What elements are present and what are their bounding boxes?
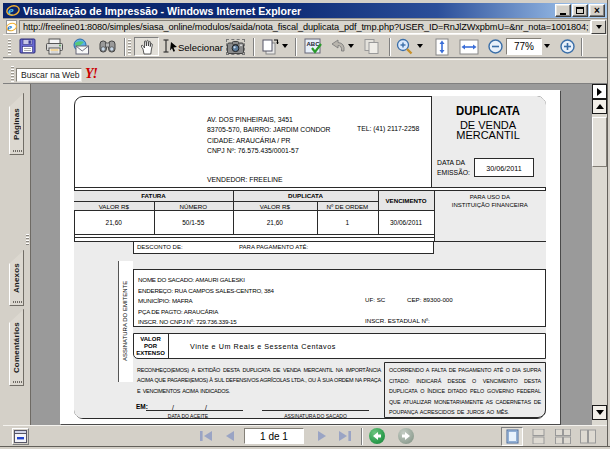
undo-button[interactable] — [328, 38, 348, 54]
cell-valor-duplicata: 21,60 — [233, 219, 317, 226]
fit-page-button[interactable] — [433, 38, 451, 56]
scrollbar-menu-button[interactable] — [592, 84, 607, 99]
address-input[interactable]: http://freeline01:8080/simples/siasa_onl… — [19, 20, 591, 34]
toolbar-grip[interactable] — [8, 39, 11, 55]
sidebar-splitter[interactable] — [24, 84, 31, 425]
toolbar-separator — [581, 38, 583, 56]
dropdown-arrow-icon — [544, 44, 550, 48]
dropdown-arrow-icon — [348, 44, 354, 48]
ocorrendo-paragraph: OCORRENDO A FALTA DE PAGAMENTO ATÉ O DIA… — [389, 365, 541, 418]
address-bar: e http://freeline01:8080/simples/siasa_o… — [3, 18, 607, 34]
browser-window: e Visualização de Impressão - Windows In… — [0, 0, 610, 449]
sidebar-tab-comentarios[interactable]: Comentários — [9, 309, 24, 386]
desconto-label: DESCONTO DE: — [137, 244, 183, 250]
address-dropdown-button[interactable] — [591, 20, 606, 34]
zoom-in-tool-button[interactable] — [395, 38, 415, 57]
single-page-layout-button[interactable] — [501, 427, 523, 446]
zoom-out-button[interactable] — [487, 38, 504, 55]
zoom-level-input[interactable]: 77% — [506, 38, 542, 55]
zoom-in-button[interactable] — [559, 38, 576, 55]
toolbar-grip[interactable] — [11, 66, 14, 82]
table-vline — [434, 190, 435, 234]
hand-tool-button[interactable] — [134, 37, 159, 56]
dropdown-arrow-icon — [596, 25, 602, 29]
pdf-toolbar: Selecionar ABC — [3, 34, 607, 58]
search-button[interactable] — [98, 38, 117, 55]
toolbar-separator — [124, 38, 126, 56]
email-button[interactable] — [71, 38, 90, 55]
scroll-down-button[interactable] — [592, 405, 607, 420]
emission-date: 30/06/2011 — [474, 164, 534, 173]
zoom-level-dropdown[interactable] — [544, 44, 550, 48]
minimize-button[interactable] — [555, 4, 571, 17]
date-slash: / — [172, 404, 174, 411]
pdf-page: DUPLICATA DE VENDA MERCANTIL DATA DA EMI… — [60, 90, 560, 424]
document-pane: Páginas Anexos Comentários DUPLICATA DE … — [3, 84, 607, 425]
cell-numero: 50/1-55 — [154, 219, 234, 226]
close-glyph: × — [594, 6, 600, 15]
spellcheck-button[interactable]: ABC — [304, 38, 322, 55]
go-forward-button[interactable] — [398, 428, 414, 444]
continuous-layout-button[interactable] — [527, 427, 549, 446]
extenso-value: Vinte e Um Reais e Sessenta Centavos — [190, 342, 336, 351]
close-button[interactable]: × — [589, 4, 605, 17]
web-search-input[interactable]: Buscar na Web — [16, 68, 82, 82]
fatura-group-header: FATURA — [74, 192, 233, 199]
rule-under-table — [74, 237, 434, 238]
button-glyph — [576, 7, 584, 14]
print-button[interactable] — [45, 38, 64, 55]
next-page-button[interactable] — [316, 429, 328, 443]
tab-grip-dots — [13, 150, 22, 152]
sidebar-tab-paginas[interactable]: Páginas — [9, 93, 24, 155]
last-page-button[interactable] — [337, 429, 353, 443]
scroll-up-button[interactable] — [592, 99, 607, 114]
emitente-band: ASSINATURA DO EMITENTE — [118, 261, 133, 382]
emitter-tel: TEL: (41) 2117-2258 — [357, 125, 419, 132]
continuous-facing-layout-button[interactable] — [552, 427, 574, 446]
maximize-button[interactable] — [572, 4, 588, 17]
tab-grip-dots — [13, 301, 22, 303]
previous-page-button[interactable] — [224, 429, 236, 443]
assinatura-sacado-label: ASSINATURA DO SACADO — [262, 413, 369, 419]
howto-window-button[interactable] — [12, 428, 29, 445]
sacado-inscr-estadual: INSCR. ESTADUAL Nº: — [365, 317, 430, 324]
first-page-button[interactable] — [198, 429, 214, 443]
yahoo-icon[interactable]: Y! — [85, 66, 97, 82]
navbar-separator — [361, 428, 363, 445]
cell-valor-fatura: 21,60 — [74, 219, 154, 226]
select-tool-icon[interactable] — [162, 38, 179, 54]
reconheco-paragraph: RECONHEÇO(EMOS) A EXTIDÃO DESTA DUPLICAT… — [137, 365, 381, 397]
page-icon: e — [5, 20, 18, 34]
create-pdf-button[interactable] — [260, 38, 281, 56]
save-button[interactable] — [19, 38, 37, 55]
create-pdf-dropdown[interactable] — [282, 44, 288, 48]
scrollbar-thumb[interactable] — [592, 117, 607, 167]
sacado-block: NOME DO SACADO: AMAURI GALESKI ENDEREÇO:… — [138, 275, 274, 328]
emitente-label: ASSINATURA DO EMITENTE — [122, 283, 130, 361]
emission-label-2: EMISSÃO: — [437, 169, 470, 176]
vertical-scrollbar[interactable] — [592, 84, 607, 425]
sacado-cep: CEP: 89300-000 — [407, 296, 453, 303]
snapshot-tool-button[interactable] — [226, 39, 245, 55]
extenso-label: VALOR POR EXTENSO — [133, 336, 168, 357]
toolbar-separator — [389, 38, 391, 56]
vencimento-header: VENCIMENTO — [378, 197, 434, 204]
undo-dropdown[interactable] — [348, 44, 354, 48]
sacado-signature-line — [262, 397, 369, 411]
duplicata-group-header: DUPLICATA — [233, 192, 378, 199]
toolbar-separator — [295, 38, 297, 56]
copy-button[interactable] — [363, 38, 381, 55]
go-back-button[interactable] — [369, 428, 385, 444]
select-tool-label[interactable]: Selecionar — [178, 42, 223, 53]
zoom-tool-dropdown[interactable] — [417, 44, 423, 48]
splitter-grip-dots — [26, 234, 29, 246]
toolbar-grip[interactable] — [128, 39, 131, 55]
table-line-mid2 — [74, 210, 434, 211]
data-aceite-label: DATA DO ACEITE — [145, 413, 231, 419]
sidebar-tab-anexos[interactable]: Anexos — [9, 250, 24, 306]
facing-layout-button[interactable] — [577, 427, 599, 446]
pagamento-label: PARA PAGAMENTO ATÉ: — [239, 244, 308, 250]
page-indicator[interactable]: 1 de 1 — [244, 428, 304, 444]
cell-ordem: 1 — [317, 219, 379, 226]
fit-width-button[interactable] — [459, 38, 479, 56]
